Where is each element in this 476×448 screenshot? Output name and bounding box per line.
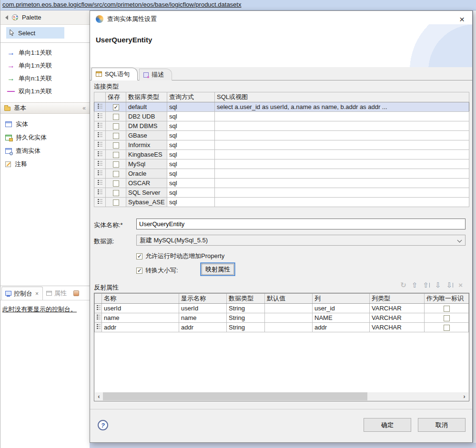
saved-cell[interactable] bbox=[106, 169, 126, 179]
move-up-icon[interactable]: ⇧ bbox=[412, 281, 418, 289]
sql-table-row[interactable]: DB2 UDB sql bbox=[94, 112, 469, 121]
row-handle-icon[interactable] bbox=[94, 159, 106, 169]
saved-cell[interactable] bbox=[106, 121, 126, 131]
db-type-cell[interactable]: GBase bbox=[126, 131, 167, 140]
query-mode-cell[interactable]: sql bbox=[167, 140, 215, 150]
sql-view-cell[interactable] bbox=[215, 179, 469, 188]
palette-tool-item[interactable]: 注释 bbox=[5, 158, 90, 171]
sql-table-row[interactable]: default sql select a.user_id as userId, … bbox=[94, 102, 469, 112]
sql-view-cell[interactable] bbox=[215, 140, 469, 150]
prop-default-cell[interactable] bbox=[265, 323, 313, 332]
prop-display-cell[interactable]: addr bbox=[179, 323, 227, 332]
sql-table-row[interactable]: Sybase_ASE sql bbox=[94, 198, 469, 207]
query-mode-cell[interactable]: sql bbox=[167, 159, 215, 169]
row-handle-icon[interactable] bbox=[94, 102, 106, 112]
row-handle-icon[interactable] bbox=[94, 131, 106, 140]
saved-cell[interactable] bbox=[106, 140, 126, 150]
saved-checkbox[interactable] bbox=[113, 199, 119, 206]
db-type-cell[interactable]: OSCAR bbox=[126, 179, 167, 188]
saved-cell[interactable] bbox=[106, 179, 126, 188]
scrollbar-track[interactable] bbox=[103, 392, 460, 400]
sql-table-header-cell[interactable]: 保存 bbox=[106, 92, 126, 102]
reflect-table-row[interactable]: userId userId String user_id VARCHAR bbox=[95, 304, 469, 313]
prop-coltype-cell[interactable]: VARCHAR bbox=[370, 313, 425, 323]
pin-palette-icon[interactable]: « bbox=[82, 105, 86, 111]
db-type-cell[interactable]: KingbaseES bbox=[126, 150, 167, 159]
saved-checkbox[interactable] bbox=[113, 142, 119, 149]
sql-table-row[interactable]: KingbaseES sql bbox=[94, 150, 469, 159]
reflect-header-cell[interactable]: 作为唯一标识 bbox=[425, 294, 469, 304]
prop-type-cell[interactable]: String bbox=[227, 304, 265, 313]
saved-checkbox[interactable] bbox=[113, 180, 119, 187]
prop-display-cell[interactable]: name bbox=[179, 313, 227, 323]
saved-checkbox[interactable] bbox=[113, 104, 119, 110]
palette-relation-item[interactable]: → 单向n:1关联 bbox=[7, 72, 90, 85]
reflect-header-cell[interactable]: 数据类型 bbox=[227, 294, 265, 304]
scroll-left-icon[interactable]: ‹ bbox=[95, 392, 103, 400]
saved-cell[interactable] bbox=[106, 188, 126, 198]
row-handle-icon[interactable] bbox=[95, 323, 102, 332]
scroll-right-icon[interactable]: › bbox=[460, 392, 468, 400]
dialog-titlebar[interactable]: 查询实体属性设置 bbox=[90, 11, 472, 27]
saved-checkbox[interactable] bbox=[113, 114, 119, 120]
db-type-cell[interactable]: default bbox=[126, 102, 167, 112]
reflect-header-cell[interactable]: 列 bbox=[313, 294, 370, 304]
prop-column-cell[interactable]: addr bbox=[313, 323, 370, 332]
reflect-header-cell[interactable]: 列类型 bbox=[370, 294, 425, 304]
close-console-tab-icon[interactable]: × bbox=[35, 290, 39, 297]
prop-name-cell[interactable]: userId bbox=[102, 304, 179, 313]
query-mode-cell[interactable]: sql bbox=[167, 188, 215, 198]
prop-name-cell[interactable]: name bbox=[102, 313, 179, 323]
prop-default-cell[interactable] bbox=[265, 304, 313, 313]
row-handle-icon[interactable] bbox=[95, 313, 102, 323]
row-handle-icon[interactable] bbox=[94, 179, 106, 188]
move-top-icon[interactable]: ⇧ bbox=[423, 281, 430, 289]
prop-type-cell[interactable]: String bbox=[227, 313, 265, 323]
sql-view-cell[interactable] bbox=[215, 188, 469, 198]
db-type-cell[interactable]: Sybase_ASE bbox=[126, 198, 167, 207]
saved-checkbox[interactable] bbox=[113, 133, 119, 139]
sql-table-row[interactable]: DM DBMS sql bbox=[94, 121, 469, 131]
db-type-cell[interactable]: MySql bbox=[126, 159, 167, 169]
query-mode-cell[interactable]: sql bbox=[167, 102, 215, 112]
palette-relation-item[interactable]: — 双向1:n关联 bbox=[7, 85, 90, 98]
move-bottom-icon[interactable]: ⇩ bbox=[446, 281, 454, 289]
db-type-cell[interactable]: Oracle bbox=[126, 169, 167, 179]
reflect-table-row[interactable]: addr addr String addr VARCHAR bbox=[95, 323, 469, 332]
reflect-header-cell[interactable]: 名称 bbox=[102, 294, 179, 304]
db-type-cell[interactable]: SQL Server bbox=[126, 188, 167, 198]
horizontal-scrollbar[interactable]: ‹ › bbox=[95, 392, 468, 400]
sql-table-row[interactable]: Oracle sql bbox=[94, 169, 469, 179]
saved-checkbox[interactable] bbox=[113, 190, 119, 196]
sql-view-cell[interactable] bbox=[215, 150, 469, 159]
palette-group-basic[interactable]: 基本 « bbox=[0, 102, 90, 114]
saved-cell[interactable] bbox=[106, 198, 126, 207]
saved-checkbox[interactable] bbox=[113, 161, 119, 168]
row-handle-icon[interactable] bbox=[94, 150, 106, 159]
allow-dynamic-checkbox[interactable] bbox=[136, 253, 142, 259]
db-type-cell[interactable]: Informix bbox=[126, 140, 167, 150]
row-handle-icon[interactable] bbox=[94, 140, 106, 150]
unique-checkbox[interactable] bbox=[444, 315, 450, 321]
saved-checkbox[interactable] bbox=[113, 123, 119, 129]
saved-cell[interactable] bbox=[106, 112, 126, 121]
query-mode-cell[interactable]: sql bbox=[167, 112, 215, 121]
sql-table-header-cell[interactable] bbox=[94, 92, 106, 102]
row-handle-icon[interactable] bbox=[94, 112, 106, 121]
move-down-icon[interactable]: ⇩ bbox=[435, 281, 441, 289]
saved-cell[interactable] bbox=[106, 150, 126, 159]
query-mode-cell[interactable]: sql bbox=[167, 169, 215, 179]
query-mode-cell[interactable]: sql bbox=[167, 198, 215, 207]
palette-tool-item[interactable]: 持久化实体 bbox=[5, 131, 90, 144]
sql-view-cell[interactable] bbox=[215, 121, 469, 131]
entity-name-input[interactable] bbox=[136, 219, 466, 229]
query-mode-cell[interactable]: sql bbox=[167, 150, 215, 159]
sql-table-row[interactable]: GBase sql bbox=[94, 131, 469, 140]
query-mode-cell[interactable]: sql bbox=[167, 121, 215, 131]
query-mode-cell[interactable]: sql bbox=[167, 179, 215, 188]
sql-view-cell[interactable] bbox=[215, 159, 469, 169]
row-handle-icon[interactable] bbox=[94, 169, 106, 179]
sql-table-row[interactable]: SQL Server sql bbox=[94, 188, 469, 198]
saved-cell[interactable] bbox=[106, 159, 126, 169]
prop-name-cell[interactable]: addr bbox=[102, 323, 179, 332]
